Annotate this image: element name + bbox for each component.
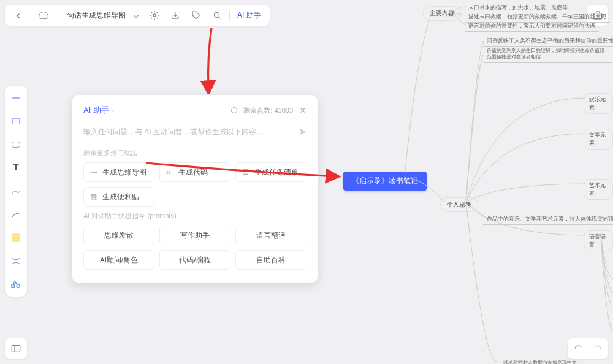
prompt-divergent[interactable]: 思维发散 — [83, 226, 154, 245]
sub-literature[interactable]: 文学元素 — [584, 129, 613, 150]
sticky-note-tool[interactable] — [9, 230, 23, 245]
leaf[interactable]: 问例反映了人类不得生态平衡的后果和信仰的重要性 — [483, 36, 613, 47]
ai-helper-button[interactable]: AI 助手 — [234, 10, 265, 21]
panel-toggle-button[interactable] — [5, 338, 27, 359]
divider — [229, 10, 230, 21]
mindmap-icon: ⊶ — [90, 168, 99, 176]
prompts-label: AI 对话助手快捷指令 (prompts) — [83, 211, 306, 221]
chip-sticky[interactable]: ▦生成便利贴 — [83, 187, 154, 207]
popular-label: 剩余更多热门玩法 — [83, 148, 306, 157]
svg-point-1 — [214, 12, 219, 17]
svg-point-4 — [17, 284, 20, 287]
branch-personal-thinking[interactable]: 个人思考 — [440, 197, 478, 212]
shapes-tool[interactable] — [9, 277, 23, 292]
frame-tool[interactable] — [9, 114, 23, 129]
pen-tool[interactable] — [9, 184, 23, 199]
document-title[interactable]: 一句话生成思维导图 — [56, 10, 129, 21]
sub-art[interactable]: 艺术元素 — [584, 179, 613, 200]
leaf[interactable]: 价值的受到别人的生日的理解，虽时间接到生命价值倾范围牺牲是对在读者相信 — [483, 47, 612, 63]
ai-assistant-panel: AI 助手 ○ 剩余点数: 41003 ✕ ➤ 剩余更多热门玩法 ⊶生成思维导图… — [72, 95, 318, 283]
svg-rect-3 — [12, 285, 14, 287]
back-button[interactable]: ‹ — [10, 7, 27, 24]
list-icon: ☰ — [242, 168, 251, 176]
cross-tool[interactable] — [9, 254, 23, 268]
settings-icon[interactable] — [146, 7, 163, 24]
export-icon[interactable] — [167, 7, 184, 24]
minus-tool[interactable] — [9, 91, 23, 105]
top-toolbar: ‹ 一句话生成思维导图 AI 助手 — [5, 5, 270, 26]
prompt-advisor[interactable]: AI顾问/角色 — [83, 250, 154, 270]
prompt-writing[interactable]: 写作助手 — [159, 226, 230, 245]
svg-rect-5 — [12, 346, 20, 352]
leaf[interactable]: 作品中的音乐、文学和艺术元素，拉人体体现突的顶级感觉 — [483, 214, 613, 225]
tag-icon[interactable] — [188, 7, 205, 24]
connector-tool[interactable] — [9, 207, 23, 222]
sub-entertainment[interactable]: 娱乐元素 — [584, 93, 613, 114]
chip-tasklist[interactable]: ☰生成任务清单 — [235, 162, 306, 182]
text-tool[interactable]: T — [9, 161, 23, 175]
divider — [142, 10, 142, 21]
sub-voice[interactable]: 语音语言 — [584, 230, 613, 251]
search-icon[interactable] — [208, 7, 226, 24]
shape-tool[interactable] — [9, 137, 23, 152]
sticky-icon: ▦ — [90, 192, 99, 201]
leaf[interactable]: 语言对信仰的重要性，警示人们要对时间记得的法语 — [465, 21, 599, 32]
leaf[interactable]: 续承对同材人数据向古加名现中文 — [500, 358, 581, 364]
prompt-translate[interactable]: 语言翻译 — [235, 226, 306, 245]
prompt-coding[interactable]: 代码/编程 — [159, 250, 230, 270]
branch-main-content[interactable]: 主要内容 — [423, 6, 461, 21]
prompt-encyclopedia[interactable]: 自助百科 — [235, 250, 306, 270]
close-icon[interactable]: ✕ — [299, 105, 306, 115]
remaining-points: 剩余点数: 41003 — [243, 106, 293, 115]
send-icon[interactable]: ➤ — [299, 126, 306, 137]
divider — [31, 10, 31, 21]
chip-code[interactable]: ‹›生成代码 — [159, 162, 230, 182]
cloud-icon — [35, 7, 52, 24]
ai-prompt-input[interactable] — [83, 127, 295, 136]
chevron-down-icon[interactable] — [134, 13, 139, 18]
svg-point-0 — [153, 14, 156, 17]
clock-icon — [231, 107, 237, 113]
left-toolbar: T — [5, 86, 27, 297]
chip-mindmap[interactable]: ⊶生成思维导图 — [83, 162, 154, 182]
code-icon: ‹› — [166, 168, 175, 176]
panel-title: AI 助手 ○ — [83, 105, 115, 116]
chevron-left-icon: ‹ — [17, 10, 20, 21]
mindmap-canvas[interactable]: 主要内容 末日带来的描写，如洪水、地震、鬼症等 描述末日救赎，包括更新的救赎救赎… — [386, 0, 613, 364]
